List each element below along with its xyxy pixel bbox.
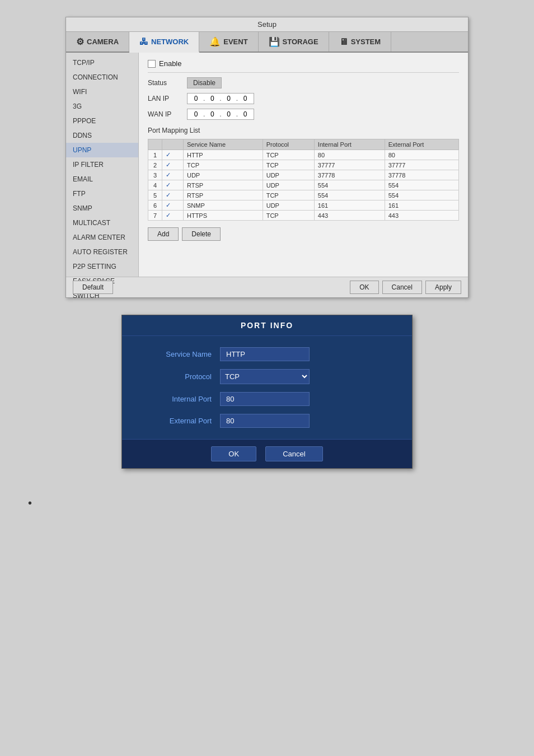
sidebar-item-pppoe[interactable]: PPPOE [66,114,138,128]
dialog-title: PORT INFO [241,321,293,330]
check-icon: ✓ [166,161,171,168]
enable-row: Enable [148,59,459,73]
table-row: 4 ✓ RTSP UDP 554 554 [148,180,459,190]
status-row: Status Disable [148,77,459,88]
tab-storage[interactable]: 💾 STORAGE [259,32,329,52]
system-icon: 🖥 [339,37,348,47]
protocol-select[interactable]: TCP UDP [220,369,310,384]
wan-ip-seg2[interactable] [206,110,218,118]
network-icon: 🖧 [139,37,148,47]
storage-icon: 💾 [269,36,280,47]
wan-ip-label: WAN IP [148,110,181,118]
port-mapping-title: Port Mapping List [148,127,459,134]
sidebar-item-connection[interactable]: CONNECTION [66,70,138,85]
internal-port-label: Internal Port [144,395,212,403]
wan-ip-row: WAN IP . . . [148,109,459,120]
sidebar: TCP/IP CONNECTION WIFI 3G PPPOE DDNS [66,53,139,277]
right-panel: Enable Status Disable LAN IP . . . [139,53,468,277]
dialog-title-bar: PORT INFO [122,315,412,336]
check-icon: ✓ [166,171,171,178]
port-info-dialog: PORT INFO Service Name Protocol TCP UDP … [121,315,413,469]
col-num [148,139,162,150]
add-button[interactable]: Add [148,227,179,241]
tab-event-label: EVENT [223,38,247,46]
lan-ip-row: LAN IP . . . [148,93,459,104]
sidebar-item-ftp[interactable]: FTP [66,186,138,201]
check-icon: ✓ [166,212,171,218]
wan-ip-input[interactable]: . . . [187,109,254,120]
sidebar-item-multicast[interactable]: MULTICAST [66,216,138,230]
table-row: 3 ✓ UDP UDP 37778 37778 [148,170,459,180]
col-internal: Internal Port [314,139,385,150]
external-port-row: External Port [144,414,390,428]
enable-checkbox[interactable] [148,60,156,68]
tab-system-label: SYSTEM [351,38,381,46]
bullet-point: • [28,497,32,510]
table-row: 7 ✓ HTTPS TCP 443 443 [148,211,459,221]
enable-label: Enable [159,59,181,68]
delete-button[interactable]: Delete [182,227,221,241]
lan-ip-label: LAN IP [148,95,181,102]
sidebar-item-autoregister[interactable]: AUTO REGISTER [66,245,138,259]
protocol-row: Protocol TCP UDP [144,369,390,384]
dialog-ok-button[interactable]: OK [211,446,256,461]
tab-storage-label: STORAGE [283,38,318,46]
check-icon: ✓ [166,181,171,188]
add-delete-row: Add Delete [148,227,459,241]
dialog-cancel-button[interactable]: Cancel [265,446,322,461]
sidebar-item-wifi[interactable]: WIFI [66,85,138,99]
sidebar-item-alarmcenter[interactable]: ALARM CENTER [66,230,138,245]
sidebar-item-p2psetting[interactable]: P2P SETTING [66,259,138,274]
table-row: 6 ✓ SNMP UDP 161 161 [148,200,459,211]
default-button[interactable]: Default [73,281,113,294]
lan-ip-seg4[interactable] [239,95,251,102]
sidebar-item-tcpip[interactable]: TCP/IP [66,55,138,70]
external-port-label: External Port [144,417,212,425]
col-check [162,139,184,150]
protocol-label: Protocol [144,372,212,381]
cancel-button[interactable]: Cancel [382,281,422,294]
setup-title-bar: Setup [66,17,468,32]
table-row: 5 ✓ RTSP TCP 554 554 [148,190,459,200]
apply-button[interactable]: Apply [425,281,461,294]
tab-event[interactable]: 🔔 EVENT [199,32,258,52]
sidebar-item-ipfilter[interactable]: IP FILTER [66,157,138,172]
lan-ip-input[interactable]: . . . [187,93,254,104]
table-row: 1 ✓ HTTP TCP 80 80 [148,150,459,160]
status-label: Status [148,79,181,87]
sidebar-item-upnp[interactable]: UPNP [66,143,138,157]
external-port-input[interactable] [220,414,310,428]
setup-window: Setup ⚙ CAMERA 🖧 NETWORK 🔔 EVENT 💾 STORA… [65,17,469,298]
tab-camera[interactable]: ⚙ CAMERA [66,32,129,52]
lan-ip-seg2[interactable] [206,95,218,102]
sidebar-item-email[interactable]: EMAIL [66,172,138,186]
check-icon: ✓ [166,151,171,158]
dialog-body: Service Name Protocol TCP UDP Internal P… [122,336,412,439]
setup-title: Setup [257,20,277,29]
tab-camera-label: CAMERA [87,38,119,46]
ok-button[interactable]: OK [350,281,378,294]
service-name-input[interactable] [220,347,310,361]
lan-ip-seg3[interactable] [223,95,235,102]
check-icon: ✓ [166,202,171,208]
lan-ip-seg1[interactable] [190,95,202,102]
table-row: 2 ✓ TCP TCP 37777 37777 [148,160,459,170]
sidebar-item-ddns[interactable]: DDNS [66,128,138,143]
status-value: Disable [187,77,222,88]
service-name-row: Service Name [144,347,390,361]
service-name-label: Service Name [144,350,212,358]
internal-port-input[interactable] [220,392,310,406]
camera-icon: ⚙ [76,36,84,47]
sidebar-item-3g[interactable]: 3G [66,99,138,114]
check-icon: ✓ [166,192,171,198]
tab-system[interactable]: 🖥 SYSTEM [329,32,391,52]
wan-ip-seg4[interactable] [239,110,251,118]
port-mapping-table: Service Name Protocol Internal Port Exte… [148,139,459,221]
main-content: TCP/IP CONNECTION WIFI 3G PPPOE DDNS [66,53,468,277]
wan-ip-seg3[interactable] [223,110,235,118]
sidebar-item-snmp[interactable]: SNMP [66,201,138,216]
col-external: External Port [385,139,458,150]
dialog-footer: OK Cancel [122,439,412,468]
wan-ip-seg1[interactable] [190,110,202,118]
tab-network[interactable]: 🖧 NETWORK [129,32,199,53]
